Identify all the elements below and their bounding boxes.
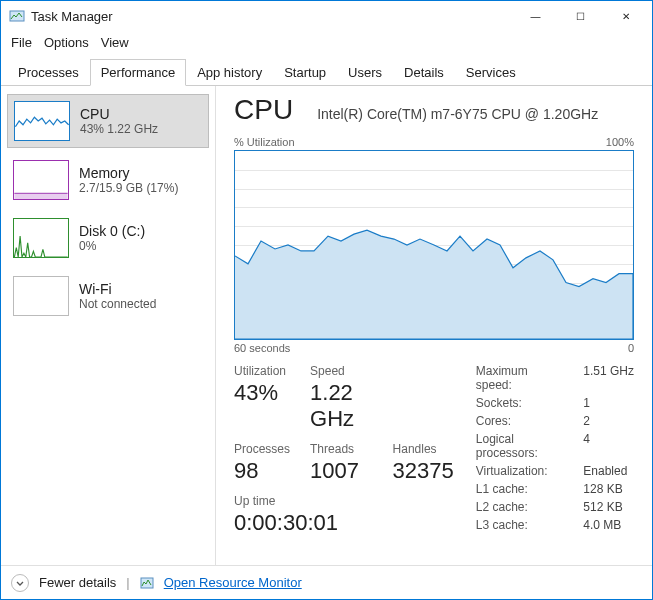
tab-strip: Processes Performance App history Startu…	[1, 58, 652, 86]
app-icon	[9, 8, 25, 24]
graph-y-label: % Utilization	[234, 136, 295, 148]
perf-sidebar: CPU 43% 1.22 GHz Memory 2.7/15.9 GB (17%…	[1, 86, 216, 565]
r-l3-value: 4.0 MB	[583, 518, 634, 532]
sidebar-item-label: Wi-Fi	[79, 281, 156, 297]
stat-threads: Threads 1007	[310, 442, 373, 484]
r-virt-label: Virtualization:	[476, 464, 558, 478]
sidebar-item-cpu[interactable]: CPU 43% 1.22 GHz	[7, 94, 209, 148]
r-virt-value: Enabled	[583, 464, 634, 478]
menu-view[interactable]: View	[97, 33, 133, 52]
r-l1-label: L1 cache:	[476, 482, 558, 496]
sidebar-item-sub: 0%	[79, 239, 145, 253]
sidebar-item-sub: 43% 1.22 GHz	[80, 122, 158, 136]
fewer-details-button[interactable]: Fewer details	[39, 575, 116, 590]
tab-performance[interactable]: Performance	[90, 59, 186, 86]
resource-monitor-icon	[140, 576, 154, 590]
menu-bar: File Options View	[1, 31, 652, 58]
sidebar-item-label: Disk 0 (C:)	[79, 223, 145, 239]
cpu-utilization-graph	[234, 150, 634, 340]
tab-startup[interactable]: Startup	[273, 59, 337, 86]
wifi-sparkline-icon	[13, 276, 69, 316]
stats-left: Utilization 43% Speed 1.22 GHz Processes…	[234, 364, 454, 536]
sidebar-item-label: CPU	[80, 106, 158, 122]
menu-options[interactable]: Options	[40, 33, 93, 52]
tab-processes[interactable]: Processes	[7, 59, 90, 86]
r-sockets-value: 1	[583, 396, 634, 410]
r-logical-value: 4	[583, 432, 634, 460]
chevron-down-icon[interactable]	[11, 574, 29, 592]
disk-sparkline-icon	[13, 218, 69, 258]
app-title: Task Manager	[31, 9, 113, 24]
stat-utilization: Utilization 43%	[234, 364, 290, 432]
r-l3-label: L3 cache:	[476, 518, 558, 532]
maximize-button[interactable]: ☐	[558, 1, 603, 31]
sidebar-item-label: Memory	[79, 165, 178, 181]
detail-pane: CPU Intel(R) Core(TM) m7-6Y75 CPU @ 1.20…	[216, 86, 652, 565]
tab-details[interactable]: Details	[393, 59, 455, 86]
r-l2-label: L2 cache:	[476, 500, 558, 514]
r-logical-label: Logical processors:	[476, 432, 558, 460]
minimize-button[interactable]: —	[513, 1, 558, 31]
sidebar-item-memory[interactable]: Memory 2.7/15.9 GB (17%)	[7, 154, 209, 206]
open-resource-monitor-link[interactable]: Open Resource Monitor	[164, 575, 302, 590]
r-sockets-label: Sockets:	[476, 396, 558, 410]
cpu-model: Intel(R) Core(TM) m7-6Y75 CPU @ 1.20GHz	[317, 106, 598, 122]
svg-rect-1	[14, 193, 67, 199]
content-area: CPU 43% 1.22 GHz Memory 2.7/15.9 GB (17%…	[1, 86, 652, 565]
detail-header: CPU Intel(R) Core(TM) m7-6Y75 CPU @ 1.20…	[234, 94, 634, 126]
stats-right: Maximum speed: 1.51 GHz Sockets: 1 Cores…	[476, 364, 634, 536]
r-l2-value: 512 KB	[583, 500, 634, 514]
stat-speed: Speed 1.22 GHz	[310, 364, 373, 432]
tab-app-history[interactable]: App history	[186, 59, 273, 86]
graph-x-right: 0	[628, 342, 634, 354]
detail-title: CPU	[234, 94, 293, 126]
task-manager-window: Task Manager — ☐ ✕ File Options View Pro…	[0, 0, 653, 600]
menu-file[interactable]: File	[7, 33, 36, 52]
footer: Fewer details | Open Resource Monitor	[1, 565, 652, 599]
tab-services[interactable]: Services	[455, 59, 527, 86]
sidebar-item-disk[interactable]: Disk 0 (C:) 0%	[7, 212, 209, 264]
title-bar: Task Manager — ☐ ✕	[1, 1, 652, 31]
r-max-speed-label: Maximum speed:	[476, 364, 558, 392]
r-cores-label: Cores:	[476, 414, 558, 428]
cpu-sparkline-icon	[14, 101, 70, 141]
stat-processes: Processes 98	[234, 442, 290, 484]
graph-y-max: 100%	[606, 136, 634, 148]
r-l1-value: 128 KB	[583, 482, 634, 496]
r-max-speed-value: 1.51 GHz	[583, 364, 634, 392]
r-cores-value: 2	[583, 414, 634, 428]
stats-area: Utilization 43% Speed 1.22 GHz Processes…	[234, 364, 634, 536]
close-button[interactable]: ✕	[603, 1, 648, 31]
graph-x-left: 60 seconds	[234, 342, 290, 354]
sidebar-item-sub: 2.7/15.9 GB (17%)	[79, 181, 178, 195]
stat-handles: Handles 32375	[393, 442, 454, 484]
stat-uptime: Up time 0:00:30:01	[234, 494, 454, 536]
tab-users[interactable]: Users	[337, 59, 393, 86]
sidebar-item-wifi[interactable]: Wi-Fi Not connected	[7, 270, 209, 322]
memory-sparkline-icon	[13, 160, 69, 200]
sidebar-item-sub: Not connected	[79, 297, 156, 311]
